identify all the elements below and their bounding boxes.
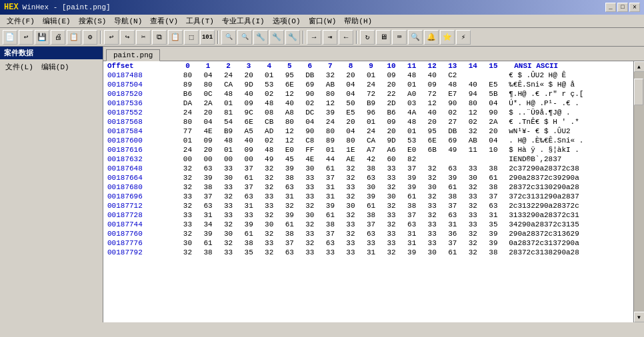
hex-byte-cell[interactable]: 31 — [483, 210, 504, 220]
scrollbar[interactable]: ▲ ▼ — [633, 61, 644, 322]
hex-byte-cell[interactable]: 39 — [401, 173, 422, 182]
hex-byte-cell[interactable]: 30 — [177, 238, 198, 248]
hex-byte-cell[interactable]: 32 — [463, 229, 483, 238]
hex-byte-cell[interactable]: 01 — [401, 80, 422, 89]
hex-byte-cell[interactable]: 10 — [483, 145, 504, 155]
hex-byte-cell[interactable]: 54 — [218, 117, 239, 127]
hex-byte-cell[interactable]: 38 — [198, 248, 219, 257]
hex-byte-cell[interactable]: DB — [443, 127, 463, 136]
hex-byte-cell[interactable]: 9C — [239, 108, 259, 117]
menu-item-view[interactable]: 查看(V) — [146, 15, 182, 27]
table-row[interactable]: 0018772833313333323930613238333732633331… — [103, 210, 633, 220]
hex-byte-cell[interactable]: 30 — [361, 182, 381, 192]
hex-byte-cell[interactable]: 69 — [443, 136, 463, 145]
hex-byte-cell[interactable]: 32 — [300, 220, 321, 229]
hex-byte-cell[interactable]: A8 — [279, 108, 300, 117]
tool5[interactable]: 📋 — [67, 30, 81, 45]
hex-byte-cell[interactable]: 89 — [177, 80, 198, 89]
hex-byte-cell[interactable]: 49 — [443, 145, 463, 155]
hex-byte-cell[interactable]: 63 — [198, 201, 219, 210]
hex-byte-cell[interactable]: 20 — [198, 108, 219, 117]
hex-byte-cell[interactable]: 48 — [401, 71, 422, 80]
hex-byte-cell[interactable]: 32 — [320, 71, 341, 80]
hex-byte-cell[interactable]: 20 — [483, 127, 504, 136]
hex-byte-cell[interactable]: 37 — [320, 173, 341, 182]
hex-byte-cell[interactable]: 90 — [300, 89, 321, 99]
hex-byte-cell[interactable]: 60 — [381, 155, 402, 164]
redo-button[interactable]: ↪ — [120, 30, 135, 45]
hex-byte-cell[interactable]: 48 — [401, 117, 422, 127]
hex-byte-cell[interactable]: 61 — [483, 173, 504, 182]
hex-byte-cell[interactable] — [443, 155, 463, 164]
hex-byte-cell[interactable]: 22 — [381, 89, 402, 99]
tool17[interactable]: 🔧 — [269, 30, 284, 45]
hex-byte-cell[interactable]: DC — [300, 108, 321, 117]
new-button[interactable]: 📄 — [3, 30, 17, 45]
hex-byte-cell[interactable]: 33 — [218, 248, 239, 257]
hex-byte-cell[interactable]: 03 — [401, 99, 422, 108]
hex-byte-cell[interactable]: 01 — [361, 71, 381, 80]
hex-byte-cell[interactable]: 38 — [483, 164, 504, 173]
hex-byte-cell[interactable]: 40 — [239, 136, 259, 145]
hex-byte-cell[interactable]: 33 — [218, 164, 239, 173]
hex-byte-cell[interactable]: 2A — [198, 99, 219, 108]
menu-item-window[interactable]: 窗口(W) — [305, 15, 341, 27]
hex-byte-cell[interactable]: 32 — [279, 201, 300, 210]
hex-byte-cell[interactable]: 31 — [320, 192, 341, 201]
hex-byte-cell[interactable]: B9 — [361, 99, 381, 108]
hex-byte-cell[interactable]: E5 — [341, 108, 361, 117]
menu-item-navigate[interactable]: 导航(N) — [110, 15, 146, 27]
hex-byte-cell[interactable]: 31 — [401, 238, 422, 248]
hex-byte-cell[interactable]: 33 — [341, 220, 361, 229]
hex-byte-cell[interactable]: 38 — [239, 238, 259, 248]
hex-byte-cell[interactable]: 39 — [320, 201, 341, 210]
hex-byte-cell[interactable]: 01 — [320, 145, 341, 155]
table-row[interactable]: 0018774433343239306132383337326333313335… — [103, 220, 633, 229]
close-button[interactable]: × — [629, 3, 640, 12]
hex-byte-cell[interactable]: E0 — [401, 145, 422, 155]
hex-byte-cell[interactable]: 30 — [300, 210, 321, 220]
undo-button[interactable]: ↩ — [104, 30, 119, 45]
hex-byte-cell[interactable]: 32 — [259, 248, 279, 257]
hex-byte-cell[interactable]: 95 — [279, 71, 300, 80]
hex-byte-cell[interactable]: 33 — [422, 229, 443, 238]
tool18[interactable]: 🔧 — [285, 30, 300, 45]
hex-byte-cell[interactable]: 32 — [218, 220, 239, 229]
hex-byte-cell[interactable]: 33 — [463, 164, 483, 173]
hex-byte-cell[interactable]: 38 — [320, 220, 341, 229]
hex-byte-cell[interactable]: 39 — [198, 173, 219, 182]
hex-byte-cell[interactable]: 02 — [259, 89, 279, 99]
hex-byte-cell[interactable]: 72 — [361, 89, 381, 99]
tool28[interactable]: ⚡ — [456, 30, 471, 45]
hex-byte-cell[interactable]: 04 — [483, 99, 504, 108]
hex-byte-cell[interactable]: 63 — [443, 210, 463, 220]
hex-byte-cell[interactable]: 12 — [422, 99, 443, 108]
hex-byte-cell[interactable]: AB — [320, 80, 341, 89]
hex-byte-cell[interactable]: 33 — [341, 182, 361, 192]
tool16[interactable]: 🔧 — [253, 30, 268, 45]
hex-byte-cell[interactable]: C2 — [443, 71, 463, 80]
hex-byte-cell[interactable]: 31 — [198, 210, 219, 220]
hex-byte-cell[interactable]: 33 — [341, 238, 361, 248]
hex-byte-cell[interactable]: 61 — [401, 192, 422, 201]
hex-byte-cell[interactable]: 12 — [463, 108, 483, 117]
hex-byte-cell[interactable]: 33 — [381, 238, 402, 248]
table-row[interactable]: 00187600010948400212C88980CA9D536E69AB04… — [103, 136, 633, 145]
hex-byte-cell[interactable]: 63 — [443, 164, 463, 173]
hex-byte-cell[interactable]: 32 — [177, 229, 198, 238]
menu-item-file[interactable]: 文件(F) — [3, 15, 39, 27]
hex-byte-cell[interactable]: 53 — [401, 136, 422, 145]
hex-byte-cell[interactable]: 31 — [401, 229, 422, 238]
hex-byte-cell[interactable]: 4E — [300, 155, 321, 164]
hex-byte-cell[interactable]: 12 — [279, 136, 300, 145]
hex-byte-cell[interactable]: 32 — [381, 182, 402, 192]
hex-byte-cell[interactable]: 33 — [259, 201, 279, 210]
hex-byte-cell[interactable]: 38 — [483, 248, 504, 257]
hex-byte-cell[interactable]: E7 — [443, 89, 463, 99]
hex-byte-cell[interactable]: 38 — [443, 192, 463, 201]
hex-byte-cell[interactable]: 32 — [218, 238, 239, 248]
hex-byte-cell[interactable]: 32 — [341, 164, 361, 173]
tool27[interactable]: ⭐ — [440, 30, 455, 45]
hex-byte-cell[interactable]: 48 — [218, 136, 239, 145]
hex-byte-cell[interactable]: 08 — [259, 108, 279, 117]
